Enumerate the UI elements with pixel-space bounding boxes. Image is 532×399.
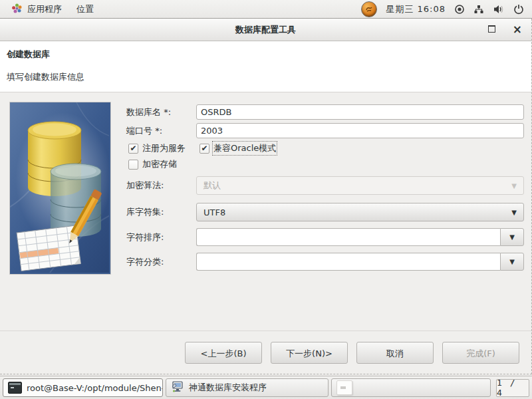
char-class-label: 字符分类: bbox=[126, 253, 164, 271]
bottom-taskbar: root@Base-V:/opt/module/Shen-… 神通数据库安装程序… bbox=[0, 376, 532, 399]
page-subtitle: 填写创建数据库信息 bbox=[7, 71, 525, 83]
charset-value: UTF8 bbox=[203, 207, 225, 217]
encryption-algo-select: 默认 ▼ bbox=[196, 176, 524, 195]
record-icon[interactable] bbox=[454, 4, 465, 15]
chevron-down-icon: ▼ bbox=[511, 182, 517, 190]
db-name-label: 数据库名 *: bbox=[126, 104, 171, 120]
task-button-installer[interactable]: 神通数据库安装程序 bbox=[166, 378, 329, 397]
task-button-terminal[interactable]: root@Base-V:/opt/module/Shen-… bbox=[3, 378, 163, 397]
port-input[interactable] bbox=[196, 123, 524, 138]
volume-icon[interactable] bbox=[493, 4, 505, 15]
encrypted-storage-label: 加密存储 bbox=[142, 158, 177, 170]
restore-window-icon[interactable] bbox=[488, 25, 495, 35]
wizard-button-row: <上一步(B) 下一步(N)> 取消 完成(F) bbox=[0, 331, 531, 374]
task-button-untitled[interactable] bbox=[331, 378, 491, 397]
window-controls: × bbox=[488, 19, 522, 41]
applications-icon bbox=[11, 3, 23, 16]
register-service-label: 注册为服务 bbox=[142, 142, 186, 154]
top-panel: 应用程序 位置 星期三 16:08 bbox=[0, 0, 532, 19]
collation-input[interactable] bbox=[196, 228, 500, 246]
back-button[interactable]: <上一步(B) bbox=[185, 342, 262, 364]
next-button[interactable]: 下一步(N)> bbox=[271, 342, 348, 364]
wizard-header: 创建数据库 填写创建数据库信息 bbox=[0, 41, 531, 92]
wizard-body: 数据库名 *: 端口号 *: ✔ 注册为服务 ✔ 兼容Oracle模式 加密存储… bbox=[0, 92, 531, 331]
collation-combo: ▼ bbox=[196, 228, 524, 246]
task-terminal-label: root@Base-V:/opt/module/Shen-… bbox=[27, 383, 163, 393]
places-menu-label: 位置 bbox=[76, 3, 94, 15]
workspace-switcher[interactable]: 1 / 4 bbox=[496, 379, 529, 397]
collation-dropdown-button[interactable]: ▼ bbox=[500, 228, 524, 246]
window-title: 数据库配置工具 bbox=[235, 24, 296, 36]
chevron-down-icon: ▼ bbox=[511, 209, 517, 216]
chevron-down-icon: ▼ bbox=[509, 258, 515, 265]
cancel-button[interactable]: 取消 bbox=[356, 342, 434, 364]
network-icon[interactable] bbox=[473, 4, 484, 15]
port-label: 端口号 *: bbox=[126, 123, 162, 138]
power-icon[interactable] bbox=[513, 4, 524, 15]
close-window-icon[interactable]: × bbox=[513, 24, 522, 35]
collation-label: 字符排序: bbox=[126, 228, 164, 246]
checkbox-check-icon: ✔ bbox=[128, 144, 138, 154]
encrypted-storage-checkbox[interactable]: 加密存储 bbox=[128, 158, 177, 170]
oracle-mode-checkbox[interactable]: ✔ 兼容Oracle模式 bbox=[200, 142, 276, 154]
blank-window-icon bbox=[336, 380, 352, 395]
checkbox-check-icon: ✔ bbox=[200, 144, 209, 154]
terminal-icon bbox=[8, 382, 22, 394]
page-title: 创建数据库 bbox=[7, 49, 525, 61]
panel-tray: 星期三 16:08 bbox=[361, 1, 532, 17]
finish-button[interactable]: 完成(F) bbox=[442, 342, 519, 364]
installer-icon bbox=[171, 381, 184, 395]
charset-select[interactable]: UTF8 ▼ bbox=[196, 203, 524, 221]
database-config-window: 数据库配置工具 × 创建数据库 填写创建数据库信息 bbox=[0, 19, 532, 374]
applications-menu-label: 应用程序 bbox=[27, 3, 62, 15]
encryption-algo-label: 加密算法: bbox=[126, 176, 164, 195]
chevron-down-icon: ▼ bbox=[509, 233, 515, 241]
char-class-combo: ▼ bbox=[196, 253, 524, 271]
engine-status-icon[interactable] bbox=[361, 1, 377, 17]
database-illustration bbox=[9, 102, 111, 275]
char-class-dropdown-button[interactable]: ▼ bbox=[500, 253, 524, 271]
checkbox-check-icon bbox=[128, 160, 138, 170]
panel-menus: 应用程序 位置 bbox=[0, 0, 101, 18]
oracle-mode-label: 兼容Oracle模式 bbox=[213, 142, 276, 154]
panel-clock[interactable]: 星期三 16:08 bbox=[386, 3, 446, 15]
charset-label: 库字符集: bbox=[126, 203, 164, 221]
register-service-checkbox[interactable]: ✔ 注册为服务 bbox=[128, 142, 186, 154]
places-menu[interactable]: 位置 bbox=[69, 0, 101, 18]
char-class-input[interactable] bbox=[196, 253, 500, 271]
encryption-algo-value: 默认 bbox=[203, 180, 221, 192]
applications-menu[interactable]: 应用程序 bbox=[4, 0, 69, 18]
task-installer-label: 神通数据库安装程序 bbox=[189, 382, 267, 394]
db-name-input[interactable] bbox=[196, 104, 524, 120]
window-titlebar[interactable]: 数据库配置工具 × bbox=[0, 19, 531, 41]
